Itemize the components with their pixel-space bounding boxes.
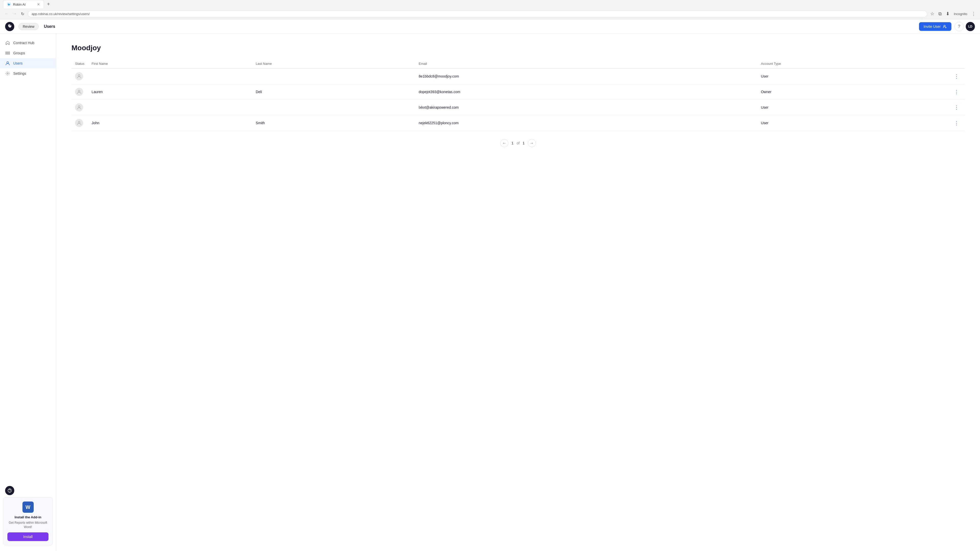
user-more-button[interactable]: ⋮: [952, 103, 961, 111]
user-first-name: [88, 68, 252, 84]
user-last-name: Deli: [252, 84, 415, 100]
svg-point-16: [78, 121, 80, 123]
sidebar-item-label: Contract Hub: [13, 41, 34, 45]
table-row: 8e1bbdc8@moodjoy.com User ⋮: [72, 68, 965, 84]
user-last-name: [252, 100, 415, 115]
browser-tab[interactable]: 🐦 Robin AI ✕: [3, 0, 44, 8]
sidebar: Contract Hub Groups: [0, 34, 56, 551]
svg-point-9: [7, 62, 9, 64]
svg-rect-5: [6, 53, 6, 54]
home-icon: [5, 40, 10, 45]
app-header: Review Users Invite User ? LD: [0, 19, 980, 34]
new-tab-button[interactable]: +: [45, 0, 52, 8]
main-layout: Contract Hub Groups: [0, 34, 980, 551]
next-page-button[interactable]: →: [528, 139, 536, 147]
svg-point-15: [78, 106, 80, 108]
svg-point-12: [10, 492, 10, 492]
user-avatar-icon: [75, 72, 83, 80]
review-pill[interactable]: Review: [18, 23, 39, 30]
prev-page-button[interactable]: ←: [500, 139, 508, 147]
col-last-name: Last Name: [252, 59, 415, 68]
user-status-cell: [72, 84, 88, 100]
bookmark-icon[interactable]: ☆: [929, 10, 935, 17]
download-icon[interactable]: ⬇: [945, 10, 951, 17]
feedback-button[interactable]: [5, 486, 14, 495]
users-table: Status First Name Last Name Email Accoun…: [72, 59, 965, 131]
user-account-type: User: [757, 68, 948, 84]
page-title: Users: [44, 24, 55, 29]
user-actions-cell: ⋮: [948, 68, 965, 84]
svg-rect-7: [9, 52, 10, 53]
user-email: nejek62251@ploncy.com: [415, 115, 757, 131]
review-label: Review: [23, 24, 35, 29]
user-status-cell: [72, 68, 88, 84]
invite-user-icon: [943, 24, 947, 29]
user-avatar-icon: [75, 119, 83, 127]
url-text: app.robinai.co.uk/review/settings/users/: [32, 12, 90, 16]
sidebar-item-label: Groups: [13, 51, 25, 55]
user-actions-cell: ⋮: [948, 100, 965, 115]
svg-rect-6: [7, 53, 8, 54]
pagination: ← 1 of 1 →: [72, 139, 965, 147]
user-avatar-icon: [75, 88, 83, 96]
user-more-button[interactable]: ⋮: [952, 72, 961, 80]
sidebar-item-users[interactable]: Users: [0, 58, 56, 68]
reload-button[interactable]: ↻: [19, 11, 26, 17]
svg-rect-3: [6, 52, 6, 53]
user-email: lxkvt@akirapowered.com: [415, 100, 757, 115]
user-email: 8e1bbdc8@moodjoy.com: [415, 68, 757, 84]
extensions-icon[interactable]: ⧉: [937, 10, 943, 17]
user-more-button[interactable]: ⋮: [952, 119, 961, 127]
org-name: Moodjoy: [72, 44, 965, 52]
sidebar-item-settings[interactable]: Settings: [0, 68, 56, 79]
invite-user-label: Invite User: [924, 24, 941, 29]
user-first-name: Lauren: [88, 84, 252, 100]
help-button[interactable]: ?: [955, 22, 964, 31]
user-actions-cell: ⋮: [948, 115, 965, 131]
table-row: John Smith nejek62251@ploncy.com User ⋮: [72, 115, 965, 131]
user-account-type: User: [757, 100, 948, 115]
addin-panel: W Install the Add-in Get Reports within …: [3, 497, 53, 545]
svg-rect-8: [9, 53, 10, 54]
forward-button[interactable]: →: [11, 11, 18, 17]
user-last-name: Smith: [252, 115, 415, 131]
invite-user-button[interactable]: Invite User: [919, 22, 951, 31]
svg-point-14: [78, 90, 80, 92]
user-first-name: [88, 100, 252, 115]
svg-point-2: [944, 25, 945, 27]
svg-rect-4: [7, 52, 8, 53]
settings-icon: [5, 71, 10, 76]
user-more-button[interactable]: ⋮: [952, 88, 961, 96]
sidebar-item-groups[interactable]: Groups: [0, 48, 56, 58]
col-status: Status: [72, 59, 88, 68]
svg-point-13: [78, 75, 80, 76]
sidebar-item-label: Settings: [13, 71, 26, 76]
menu-icon[interactable]: ⋮: [970, 10, 977, 17]
sidebar-item-contract-hub[interactable]: Contract Hub: [0, 38, 56, 48]
of-label: of: [517, 141, 520, 145]
user-email: dopejot393@konetas.com: [415, 84, 757, 100]
tab-favicon: 🐦: [7, 2, 11, 6]
total-pages: 1: [523, 141, 525, 145]
address-bar[interactable]: app.robinai.co.uk/review/settings/users/: [28, 11, 927, 17]
user-actions-cell: ⋮: [948, 84, 965, 100]
user-account-type: User: [757, 115, 948, 131]
table-row: lxkvt@akirapowered.com User ⋮: [72, 100, 965, 115]
avatar-initials: LD: [968, 25, 972, 28]
addin-title: Install the Add-in: [7, 515, 48, 519]
user-first-name: John: [88, 115, 252, 131]
users-icon: [5, 61, 10, 66]
col-first-name: First Name: [88, 59, 252, 68]
tab-close-button[interactable]: ✕: [37, 2, 40, 6]
install-addin-button[interactable]: Install: [7, 532, 48, 541]
incognito-label: Incognito: [953, 11, 968, 17]
content-area: Moodjoy Status First Name Last Name Emai…: [56, 34, 980, 551]
addin-description: Get Reports within Microsoft Word!: [7, 521, 48, 529]
word-icon: W: [22, 502, 34, 513]
back-button[interactable]: ←: [3, 11, 10, 17]
user-account-type: Owner: [757, 84, 948, 100]
app-logo: [5, 22, 14, 31]
table-row: Lauren Deli dopejot393@konetas.com Owner…: [72, 84, 965, 100]
avatar[interactable]: LD: [966, 22, 975, 31]
col-email: Email: [415, 59, 757, 68]
